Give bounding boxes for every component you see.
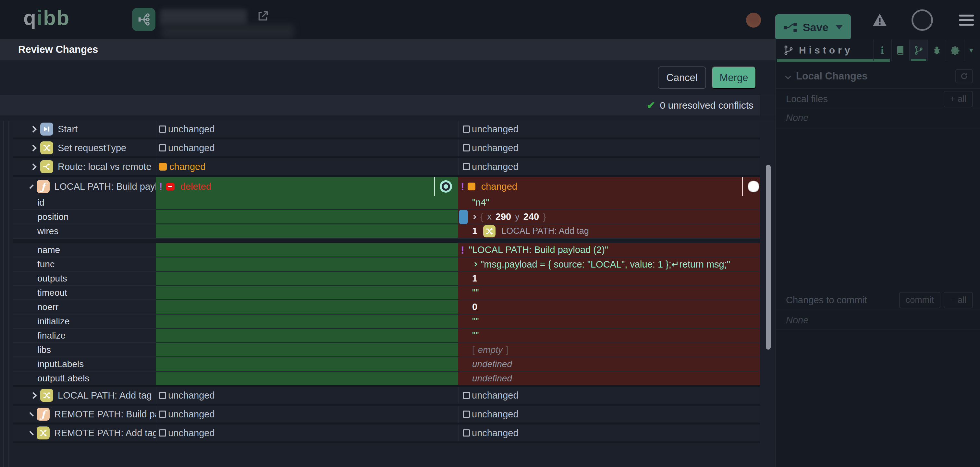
chevron-right-icon[interactable]: [30, 392, 37, 399]
sidebar-tab-book[interactable]: [891, 40, 909, 61]
property-row[interactable]: initialize"": [13, 315, 760, 329]
property-name: inputLabels: [13, 359, 84, 369]
chevron-right-icon[interactable]: [29, 412, 33, 416]
flow-row-label: Set requestType: [58, 143, 126, 153]
flow-row[interactable]: Route: local vs remotechangedunchanged: [13, 158, 760, 177]
sidebar-tab-info[interactable]: i: [873, 40, 891, 61]
stage-all-button[interactable]: + all: [943, 91, 973, 107]
property-row[interactable]: position{x290y240}: [13, 210, 760, 224]
flow-pipeline-icon[interactable]: [132, 8, 156, 31]
qibb-logo[interactable]: qibb: [23, 6, 70, 30]
app-root: qibb Save: [0, 0, 980, 467]
property-value: undefined: [472, 373, 512, 384]
property-row[interactable]: wires1LOCAL PATH: Add tag: [13, 224, 760, 239]
user-avatar[interactable]: [912, 10, 933, 31]
flow-row-header-cell[interactable]: Set requestType: [13, 140, 156, 156]
property-name: name: [13, 245, 60, 255]
warning-icon[interactable]: [872, 13, 887, 27]
chevron-right-icon[interactable]: [30, 163, 37, 170]
remote-state-cell: !changed: [458, 177, 760, 196]
flow-row-header-cell[interactable]: ƒREMOTE PATH: Build paylo: [13, 406, 156, 423]
tree-guide-line: [3, 121, 4, 467]
flow-row[interactable]: ƒREMOTE PATH: Build paylounchangedunchan…: [13, 406, 760, 424]
property-name-cell: noerr: [13, 300, 156, 314]
property-row[interactable]: timeout"": [13, 286, 760, 300]
flow-row[interactable]: REMOTE PATH: Add tagunchangedunchanged: [13, 424, 760, 443]
flow-row-label: Start: [58, 124, 78, 135]
chevron-right-icon[interactable]: [472, 214, 476, 219]
remote-value-cell: "": [458, 315, 760, 328]
select-remote-radio[interactable]: [748, 181, 759, 192]
switch-node-icon: [40, 160, 53, 173]
property-row[interactable]: name!"LOCAL PATH: Build payload (2)": [13, 243, 760, 257]
remote-value-cell: {x290y240}: [458, 210, 760, 224]
function-node-icon: ƒ: [37, 180, 50, 193]
commit-button[interactable]: commit: [899, 292, 940, 308]
save-button[interactable]: Save: [775, 14, 851, 40]
conflicts-count-label: 0 unresolved conflicts: [660, 100, 754, 111]
state-checkbox: [463, 429, 470, 437]
save-button-label: Save: [803, 21, 829, 34]
local-value-cell: [156, 210, 458, 224]
deploy-nodes-icon: [783, 22, 798, 33]
state-label: unchanged: [472, 124, 519, 135]
property-value: "LOCAL PATH: Build payload (2)": [469, 245, 608, 255]
review-action-bar: Cancel Merge: [0, 60, 776, 95]
chevron-right-icon[interactable]: [30, 144, 37, 151]
flow-row[interactable]: Set requestTypeunchangedunchanged: [13, 140, 760, 158]
property-row[interactable]: outputs1: [13, 272, 760, 286]
sidebar-tab-more[interactable]: ▼: [964, 40, 978, 61]
property-row[interactable]: noerr0: [13, 300, 760, 315]
flow-row-header-cell[interactable]: REMOTE PATH: Add tag: [13, 424, 156, 442]
property-row[interactable]: libs[empty]: [13, 343, 760, 357]
property-name-cell: name: [13, 243, 156, 257]
sidebar-tab-history[interactable]: [909, 40, 928, 61]
property-row[interactable]: inputLabelsundefined: [13, 357, 760, 372]
flow-row-header-cell[interactable]: ƒLOCAL PATH: Build payload: [13, 177, 156, 196]
chevron-right-icon[interactable]: [29, 430, 33, 435]
state-checkbox: [159, 411, 166, 418]
state-label: deleted: [180, 181, 211, 192]
remote-value-cell: 0: [458, 300, 760, 314]
sidebar-tab-settings[interactable]: [946, 40, 964, 61]
sidebar-tab-debug[interactable]: [928, 40, 946, 61]
vertical-scrollbar[interactable]: [766, 165, 771, 349]
chevron-down-icon[interactable]: [29, 184, 33, 188]
flow-row[interactable]: ƒLOCAL PATH: Build payload!deleted!chang…: [13, 177, 760, 196]
open-external-icon[interactable]: [256, 10, 269, 23]
state-label: unchanged: [472, 409, 519, 419]
flow-row[interactable]: LOCAL PATH: Add tagunchangedunchanged: [13, 387, 760, 406]
local-changes-section-header[interactable]: Local Changes: [776, 67, 980, 86]
chevron-right-icon[interactable]: [30, 125, 37, 132]
blurred-flow-title: [160, 9, 247, 26]
deleted-icon: [166, 183, 175, 191]
menu-icon[interactable]: [959, 14, 974, 25]
flow-row-header-cell[interactable]: Start: [13, 121, 156, 138]
property-value: "msg.payload = { source: "LOCAL", value:…: [480, 259, 730, 270]
flow-row-header-cell[interactable]: Route: local vs remote: [13, 158, 156, 175]
status-avatar[interactable]: [746, 13, 761, 27]
unstage-all-button[interactable]: − all: [943, 292, 973, 308]
cancel-button[interactable]: Cancel: [658, 67, 706, 89]
save-dropdown-caret[interactable]: [835, 25, 843, 30]
sidebar-tabs: i▼: [873, 40, 978, 61]
state-checkbox: [463, 144, 470, 151]
flow-row-label: REMOTE PATH: Build paylo: [54, 409, 156, 419]
state-label: unchanged: [472, 162, 519, 172]
flow-row-header-cell[interactable]: LOCAL PATH: Add tag: [13, 387, 156, 404]
property-row[interactable]: func"msg.payload = { source: "LOCAL", va…: [13, 257, 760, 272]
property-row[interactable]: outputLabelsundefined: [13, 372, 760, 387]
flow-row-label: LOCAL PATH: Build payload: [54, 181, 156, 192]
property-row[interactable]: id"n4": [13, 196, 760, 210]
flow-row[interactable]: Startunchangedunchanged: [13, 121, 760, 140]
state-checkbox: [463, 392, 470, 399]
property-row[interactable]: finalize"": [13, 329, 760, 343]
review-title-bar: Review Changes: [0, 39, 776, 60]
property-name-cell: func: [13, 257, 156, 271]
merge-button[interactable]: Merge: [712, 67, 756, 89]
state-checkbox: [159, 125, 166, 133]
select-local-radio[interactable]: [440, 180, 452, 193]
chevron-right-icon[interactable]: [473, 262, 477, 266]
refresh-button[interactable]: [955, 69, 973, 83]
remote-value-cell: "": [458, 329, 760, 342]
